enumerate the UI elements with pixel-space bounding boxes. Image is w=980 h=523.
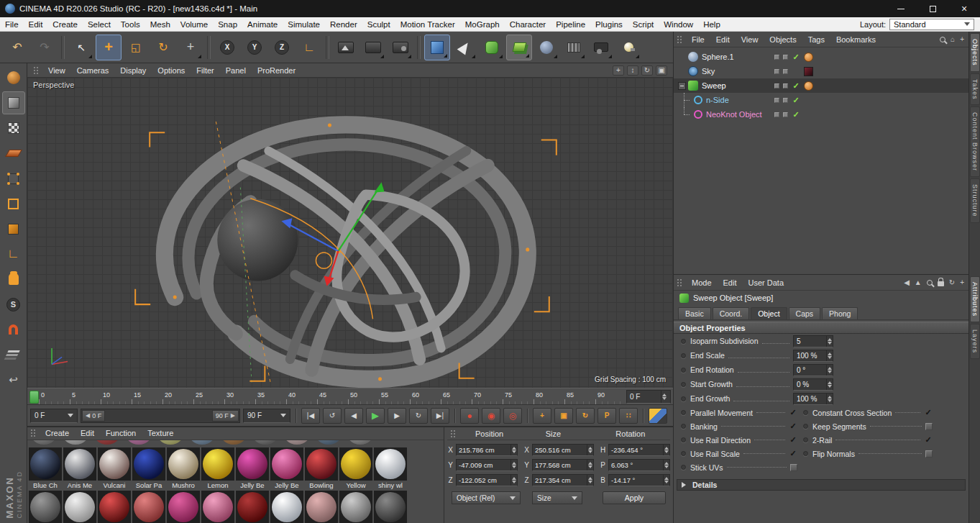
- spinner[interactable]: [510, 445, 517, 455]
- animation-dot-icon[interactable]: [803, 451, 808, 456]
- coordinate-field[interactable]: H -236.454 °: [600, 442, 670, 457]
- add-panel-icon[interactable]: +: [960, 278, 964, 286]
- viewport-menu-item[interactable]: View: [42, 66, 71, 75]
- object-row[interactable]: n-Side: [674, 93, 968, 107]
- object-manager-menu-item[interactable]: Objects: [764, 35, 802, 44]
- checkbox[interactable]: ✓: [789, 449, 797, 458]
- section-header[interactable]: Object Properties: [674, 322, 968, 334]
- material-menu-item[interactable]: Edit: [75, 429, 100, 437]
- checkbox[interactable]: [790, 464, 797, 471]
- render-visibility-toggle[interactable]: [783, 83, 788, 88]
- material-item[interactable]: shiny wl: [374, 447, 407, 490]
- object-manager-menu-item[interactable]: Tags: [802, 35, 830, 44]
- material-thumbnail[interactable]: [272, 449, 302, 479]
- range-max-grip[interactable]: 90 F▶: [212, 410, 239, 422]
- spinner[interactable]: [826, 365, 833, 376]
- attribute-tab[interactable]: Caps: [789, 307, 821, 319]
- drag-handle-icon[interactable]: [30, 429, 37, 437]
- tag-icon[interactable]: [804, 67, 813, 76]
- subdivision-surface-button[interactable]: [479, 35, 505, 60]
- editor-visibility-toggle[interactable]: [774, 55, 779, 60]
- rotate-tool[interactable]: ↻: [150, 35, 176, 60]
- animation-dot-icon[interactable]: [681, 424, 686, 429]
- material-thumbnail[interactable]: [306, 449, 336, 479]
- spinner[interactable]: [587, 460, 593, 470]
- render-visibility-toggle[interactable]: [783, 98, 788, 103]
- viewport-menu-item[interactable]: Display: [114, 66, 152, 75]
- animation-dot-icon[interactable]: [681, 382, 686, 387]
- value-field[interactable]: 5: [793, 335, 833, 347]
- panel-tab[interactable]: Content Browser: [970, 106, 980, 177]
- editor-visibility-toggle[interactable]: [774, 112, 779, 117]
- attribute-tab[interactable]: Basic: [678, 307, 711, 319]
- spinner[interactable]: [510, 460, 517, 470]
- menu-item[interactable]: Volume: [175, 17, 213, 31]
- goto-start-button[interactable]: |◀: [301, 408, 320, 424]
- viewport-solo-button[interactable]: [2, 268, 25, 291]
- material-thumbnail[interactable]: [237, 449, 267, 479]
- enabled-check-icon[interactable]: [792, 110, 800, 119]
- magnet-tool-button[interactable]: [2, 318, 25, 341]
- material-menu-item[interactable]: Texture: [142, 429, 179, 437]
- light-button[interactable]: [615, 35, 641, 60]
- spinner[interactable]: [826, 394, 833, 404]
- menu-item[interactable]: File: [0, 17, 24, 31]
- object-manager-menu-item[interactable]: Edit: [710, 35, 736, 44]
- material-item[interactable]: [339, 491, 372, 523]
- expand-toggle-icon[interactable]: [678, 82, 686, 90]
- drag-handle-icon[interactable]: [677, 278, 683, 287]
- search-icon[interactable]: [940, 37, 945, 42]
- parent-up-icon[interactable]: ▲: [915, 278, 922, 286]
- checkbox[interactable]: ✓: [789, 435, 797, 445]
- material-item[interactable]: [167, 491, 200, 523]
- redo-button[interactable]: ↷: [32, 35, 58, 60]
- material-thumbnail[interactable]: [29, 440, 59, 445]
- material-thumbnail[interactable]: [99, 449, 129, 479]
- material-thumbnail[interactable]: [375, 449, 406, 479]
- material-item[interactable]: [236, 491, 269, 523]
- lock-x-axis-button[interactable]: X: [214, 35, 240, 60]
- material-item[interactable]: Mushro: [167, 447, 200, 490]
- size-mode-dropdown[interactable]: Size: [532, 491, 582, 504]
- record-position-button[interactable]: +: [533, 408, 551, 424]
- coordinate-field[interactable]: X 250.516 cm: [523, 442, 594, 457]
- timeline-ruler[interactable]: 051015202530354045505560657075808590 0 F: [27, 388, 673, 405]
- move-tool[interactable]: +: [96, 35, 122, 60]
- menu-item[interactable]: Sculpt: [362, 17, 395, 31]
- drag-handle-icon[interactable]: [677, 35, 683, 44]
- lock-icon[interactable]: [938, 281, 944, 286]
- coordinate-field[interactable]: Z -122.052 cm: [447, 473, 518, 487]
- value-field[interactable]: 0 °: [793, 364, 833, 376]
- attribute-tab[interactable]: Coord.: [713, 307, 750, 319]
- make-editable-button[interactable]: [2, 66, 25, 89]
- model-mode-button[interactable]: [2, 91, 25, 114]
- material-thumbnail[interactable]: [250, 440, 280, 445]
- workplane-mode-button[interactable]: [2, 142, 25, 165]
- render-visibility-toggle[interactable]: [783, 112, 788, 117]
- material-thumbnail[interactable]: [168, 449, 198, 479]
- menu-item[interactable]: Tools: [116, 17, 145, 31]
- material-item[interactable]: [63, 491, 96, 523]
- undo-button[interactable]: ↶: [4, 35, 30, 60]
- range-end-field[interactable]: 90 F: [243, 409, 290, 423]
- material-item[interactable]: [201, 491, 234, 523]
- viewport-menu-item[interactable]: Filter: [191, 66, 219, 75]
- material-thumbnail[interactable]: [124, 440, 154, 445]
- menu-item[interactable]: Simulate: [283, 17, 325, 31]
- viewport-menu-item[interactable]: Options: [152, 66, 191, 75]
- object-row[interactable]: Sky: [674, 64, 968, 78]
- material-thumbnail[interactable]: [345, 440, 375, 445]
- material-thumbnail[interactable]: [134, 449, 164, 479]
- animation-dot-icon[interactable]: [681, 465, 686, 470]
- home-icon[interactable]: ⌂: [951, 35, 955, 43]
- keyframe-presets-button[interactable]: [649, 408, 667, 424]
- coordinate-field[interactable]: Y 177.568 cm: [523, 458, 594, 472]
- timeline-scrubber[interactable]: [29, 391, 39, 404]
- spinner[interactable]: [663, 445, 669, 455]
- range-start-field[interactable]: 0 F: [30, 409, 78, 423]
- menu-item[interactable]: Motion Tracker: [395, 17, 460, 31]
- apply-button[interactable]: Apply: [603, 491, 666, 504]
- autokeying-button[interactable]: ◉: [482, 408, 500, 424]
- viewport-zoom-icon[interactable]: ↕: [627, 65, 638, 76]
- viewport-toggle-icon[interactable]: ▣: [656, 65, 667, 76]
